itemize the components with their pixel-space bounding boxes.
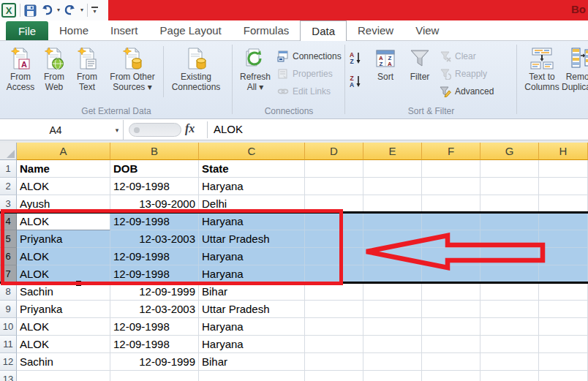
- cell-d2[interactable]: [305, 178, 363, 195]
- cell-e3[interactable]: [363, 195, 422, 213]
- cell-b8[interactable]: 12-09-1999: [110, 283, 199, 301]
- qat-customize-icon[interactable]: ▾: [91, 2, 98, 18]
- edit-links-button[interactable]: Edit Links: [275, 83, 345, 99]
- tab-review[interactable]: Review: [347, 20, 404, 40]
- cell-e12[interactable]: [363, 353, 422, 371]
- row-header-8[interactable]: 8: [0, 283, 17, 301]
- column-header-g[interactable]: G: [480, 143, 539, 160]
- column-header-a[interactable]: A: [17, 143, 110, 160]
- cell-f8[interactable]: [422, 283, 480, 301]
- cell-g13[interactable]: [480, 371, 539, 381]
- cell-b10[interactable]: 12-09-1998: [110, 318, 199, 336]
- from-access-button[interactable]: A From Access: [3, 43, 38, 92]
- column-header-c[interactable]: C: [199, 143, 305, 160]
- cell-c9[interactable]: Uttar Pradesh: [199, 301, 305, 318]
- cell-c8[interactable]: Bihar: [199, 283, 305, 301]
- cell-h13[interactable]: [539, 371, 588, 381]
- cell-c13[interactable]: [199, 371, 305, 381]
- cell-h9[interactable]: [539, 301, 588, 318]
- cell-c1[interactable]: State: [199, 160, 305, 178]
- cell-c2[interactable]: Haryana: [199, 178, 305, 195]
- advanced-filter-button[interactable]: Advanced: [437, 83, 510, 99]
- cell-a1[interactable]: Name: [17, 160, 110, 178]
- row-header-10[interactable]: 10: [0, 318, 17, 336]
- cell-f2[interactable]: [422, 178, 480, 195]
- column-header-h[interactable]: H: [539, 143, 588, 160]
- clear-filter-button[interactable]: Clear: [437, 48, 510, 64]
- cell-g2[interactable]: [480, 178, 539, 195]
- row-header-1[interactable]: 1: [0, 160, 17, 178]
- name-box-dropdown-icon[interactable]: ▾: [111, 127, 123, 134]
- cell-e10[interactable]: [363, 318, 422, 336]
- cell-h8[interactable]: [539, 283, 588, 301]
- cell-h1[interactable]: [539, 160, 588, 178]
- from-web-button[interactable]: From Web: [38, 43, 70, 92]
- from-other-sources-button[interactable]: From Other Sources ▾: [104, 43, 161, 92]
- cell-a13[interactable]: [17, 371, 110, 381]
- row-header-12[interactable]: 12: [0, 353, 17, 371]
- tab-data[interactable]: Data: [300, 20, 347, 41]
- column-header-f[interactable]: F: [422, 143, 480, 160]
- cell-g11[interactable]: [480, 336, 539, 353]
- cell-h3[interactable]: [539, 195, 588, 213]
- cell-g8[interactable]: [480, 283, 539, 301]
- cell-g10[interactable]: [480, 318, 539, 336]
- cell-g12[interactable]: [480, 353, 539, 371]
- cell-a2[interactable]: ALOK: [17, 178, 110, 195]
- cell-a10[interactable]: ALOK: [17, 318, 110, 336]
- connections-button[interactable]: Connections: [275, 48, 345, 64]
- from-text-button[interactable]: From Text: [70, 43, 104, 92]
- cell-h2[interactable]: [539, 178, 588, 195]
- cell-g1[interactable]: [480, 160, 539, 178]
- cell-a9[interactable]: Priyanka: [17, 301, 110, 318]
- cell-b2[interactable]: 12-09-1998: [110, 178, 199, 195]
- column-header-b[interactable]: B: [110, 143, 199, 160]
- redo-dropdown-icon[interactable]: ▾: [80, 7, 83, 13]
- cell-f9[interactable]: [422, 301, 480, 318]
- name-box[interactable]: A4 ▾: [0, 120, 124, 140]
- undo-dropdown-icon[interactable]: ▾: [57, 7, 60, 13]
- column-header-d[interactable]: D: [305, 143, 363, 160]
- cell-e13[interactable]: [363, 371, 422, 381]
- cell-f10[interactable]: [422, 318, 480, 336]
- redo-button[interactable]: [64, 2, 77, 18]
- sort-a-to-z-button[interactable]: AZ: [348, 50, 369, 66]
- filter-button[interactable]: Filter: [402, 43, 437, 82]
- cell-f11[interactable]: [422, 336, 480, 353]
- cell-b1[interactable]: DOB: [110, 160, 199, 178]
- cell-d1[interactable]: [305, 160, 363, 178]
- cell-f12[interactable]: [422, 353, 480, 371]
- cell-c11[interactable]: Haryana: [199, 336, 305, 353]
- cell-h10[interactable]: [539, 318, 588, 336]
- cell-b9[interactable]: 12-03-2003: [110, 301, 199, 318]
- cell-b13[interactable]: [110, 371, 199, 381]
- cell-a8[interactable]: Sachin: [17, 283, 110, 301]
- reapply-button[interactable]: Reapply: [437, 66, 510, 82]
- cell-a11[interactable]: ALOK: [17, 336, 110, 353]
- tab-insert[interactable]: Insert: [99, 20, 149, 40]
- row-header-9[interactable]: 9: [0, 301, 17, 318]
- cell-g9[interactable]: [480, 301, 539, 318]
- row-header-13[interactable]: 13: [0, 371, 17, 381]
- tab-view[interactable]: View: [404, 20, 450, 40]
- cell-b12[interactable]: 12-09-1999: [110, 353, 199, 371]
- cell-d13[interactable]: [305, 371, 363, 381]
- cell-c10[interactable]: Haryana: [199, 318, 305, 336]
- undo-button[interactable]: [40, 2, 53, 18]
- cell-e2[interactable]: [363, 178, 422, 195]
- cell-e11[interactable]: [363, 336, 422, 353]
- sort-button[interactable]: AZZA Sort: [369, 43, 402, 82]
- cell-d12[interactable]: [305, 353, 363, 371]
- cell-c12[interactable]: Bihar: [199, 353, 305, 371]
- cell-b11[interactable]: 12-09-1998: [110, 336, 199, 353]
- cell-h11[interactable]: [539, 336, 588, 353]
- cell-d10[interactable]: [305, 318, 363, 336]
- tab-page-layout[interactable]: Page Layout: [149, 20, 233, 40]
- cell-f3[interactable]: [422, 195, 480, 213]
- cell-d9[interactable]: [305, 301, 363, 318]
- tab-file[interactable]: File: [6, 21, 48, 40]
- text-to-columns-button[interactable]: Text to Columns: [523, 43, 561, 92]
- cell-e1[interactable]: [363, 160, 422, 178]
- excel-logo-icon[interactable]: X: [1, 2, 16, 18]
- formula-input[interactable]: ALOK: [214, 123, 243, 135]
